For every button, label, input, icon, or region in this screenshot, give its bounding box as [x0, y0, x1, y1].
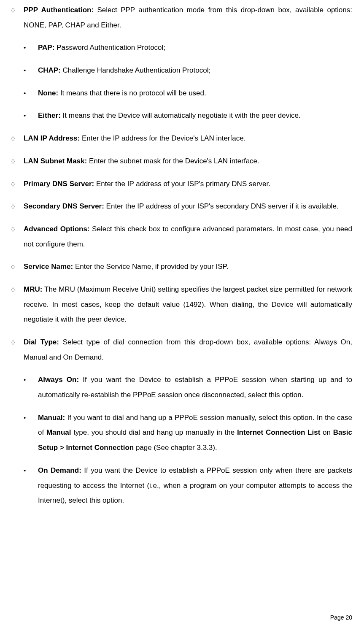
- bold-text: Internet Connection List: [237, 428, 320, 436]
- list-item-body: On Demand: If you want the Device to est…: [38, 463, 352, 508]
- item-text: Enter the IP address of your ISP's prima…: [94, 180, 270, 188]
- item-text: type, you should dial and hang up manual…: [71, 428, 237, 436]
- item-label: PPP Authentication:: [24, 6, 94, 14]
- list-item-body: LAN Subnet Mask: Enter the subnet mask f…: [24, 154, 352, 169]
- bullet-icon: •: [24, 63, 38, 78]
- item-text: Enter the subnet mask for the Device's L…: [87, 157, 259, 165]
- item-text: It means that there is no protocol will …: [58, 89, 206, 97]
- item-text: Enter the IP address for the Device's LA…: [80, 134, 245, 142]
- item-label: LAN Subnet Mask:: [24, 157, 87, 165]
- diamond-list-item: ♢Primary DNS Server: Enter the IP addres…: [10, 176, 352, 192]
- item-label: Advanced Options:: [24, 225, 90, 233]
- diamond-icon: ♢: [10, 335, 24, 365]
- item-text: The MRU (Maximum Receive Unit) setting s…: [24, 285, 352, 323]
- diamond-list-item: ♢Service Name: Enter the Service Name, i…: [10, 259, 352, 274]
- item-label: Either:: [38, 111, 61, 119]
- diamond-icon: ♢: [10, 154, 24, 169]
- diamond-list-item: ♢Dial Type: Select type of dial connecti…: [10, 335, 352, 365]
- item-label: None:: [38, 89, 58, 97]
- item-label: CHAP:: [38, 66, 61, 74]
- document-body: ♢PPP Authentication: Select PPP authenti…: [10, 3, 352, 508]
- list-item-body: Primary DNS Server: Enter the IP address…: [24, 176, 352, 192]
- item-text: Enter the Service Name, if provided by y…: [73, 263, 228, 271]
- dot-list-item: •Always On: If you want the Device to es…: [24, 372, 352, 402]
- list-item-body: Dial Type: Select type of dial connectio…: [24, 335, 352, 365]
- bullet-icon: •: [24, 463, 38, 508]
- bullet-icon: •: [24, 40, 38, 55]
- bullet-icon: •: [24, 410, 38, 455]
- diamond-list-item: ♢Secondary DNS Server: Enter the IP addr…: [10, 199, 352, 214]
- dot-list-item: •Either: It means that the Device will a…: [24, 108, 352, 123]
- item-text: Password Authentication Protocol;: [54, 43, 165, 51]
- bullet-icon: •: [24, 108, 38, 123]
- diamond-list-item: ♢PPP Authentication: Select PPP authenti…: [10, 3, 352, 32]
- item-text: Challenge Handshake Authentication Proto…: [61, 66, 210, 74]
- item-label: Manual:: [38, 414, 65, 422]
- item-label: PAP:: [38, 43, 54, 51]
- diamond-icon: ♢: [10, 131, 24, 146]
- list-item-body: Secondary DNS Server: Enter the IP addre…: [24, 199, 352, 214]
- list-item-body: PAP: Password Authentication Protocol;: [38, 40, 352, 55]
- list-item-body: LAN IP Address: Enter the IP address for…: [24, 131, 352, 146]
- dot-list-item: •On Demand: If you want the Device to es…: [24, 463, 352, 508]
- item-text: Enter the IP address of your ISP's secon…: [104, 202, 339, 210]
- diamond-icon: ♢: [10, 176, 24, 192]
- list-item-body: Manual: If you want to dial and hang up …: [38, 410, 352, 455]
- list-item-body: MRU: The MRU (Maximum Receive Unit) sett…: [24, 282, 352, 327]
- bold-text: Manual: [46, 428, 71, 436]
- list-item-body: Advanced Options: Select this check box …: [24, 222, 352, 252]
- diamond-list-item: ♢Advanced Options: Select this check box…: [10, 222, 352, 252]
- diamond-list-item: ♢LAN Subnet Mask: Enter the subnet mask …: [10, 154, 352, 169]
- item-label: On Demand:: [38, 466, 81, 474]
- item-text: It means that the Device will automatica…: [61, 111, 301, 119]
- item-text: Select type of dial connection from this…: [24, 338, 352, 361]
- diamond-list-item: ♢LAN IP Address: Enter the IP address fo…: [10, 131, 352, 146]
- diamond-icon: ♢: [10, 259, 24, 274]
- diamond-icon: ♢: [10, 3, 24, 32]
- list-item-body: Service Name: Enter the Service Name, if…: [24, 259, 352, 274]
- dot-list-item: •CHAP: Challenge Handshake Authenticatio…: [24, 63, 352, 78]
- page-footer: Page 20: [330, 614, 352, 621]
- item-label: Secondary DNS Server:: [24, 202, 104, 210]
- bullet-icon: •: [24, 86, 38, 101]
- item-text: If you want the Device to establish a PP…: [38, 376, 352, 399]
- item-label: Primary DNS Server:: [24, 180, 94, 188]
- diamond-icon: ♢: [10, 282, 24, 327]
- item-label: MRU:: [24, 285, 42, 293]
- list-item-body: Always On: If you want the Device to est…: [38, 372, 352, 402]
- item-label: Service Name:: [24, 263, 73, 271]
- item-label: Dial Type:: [24, 338, 59, 346]
- item-label: Always On:: [38, 376, 79, 384]
- diamond-icon: ♢: [10, 222, 24, 252]
- dot-list-item: •PAP: Password Authentication Protocol;: [24, 40, 352, 55]
- list-item-body: PPP Authentication: Select PPP authentic…: [24, 3, 352, 32]
- item-text: If you want the Device to establish a PP…: [38, 466, 352, 504]
- list-item-body: None: It means that there is no protocol…: [38, 86, 352, 101]
- diamond-icon: ♢: [10, 199, 24, 214]
- list-item-body: CHAP: Challenge Handshake Authentication…: [38, 63, 352, 78]
- item-text: page (See chapter 3.3.3).: [134, 444, 217, 452]
- dot-list-item: •Manual: If you want to dial and hang up…: [24, 410, 352, 455]
- diamond-list-item: ♢MRU: The MRU (Maximum Receive Unit) set…: [10, 282, 352, 327]
- dot-list-item: •None: It means that there is no protoco…: [24, 86, 352, 101]
- item-text: on: [320, 428, 333, 436]
- item-label: LAN IP Address:: [24, 134, 80, 142]
- list-item-body: Either: It means that the Device will au…: [38, 108, 352, 123]
- bullet-icon: •: [24, 372, 38, 402]
